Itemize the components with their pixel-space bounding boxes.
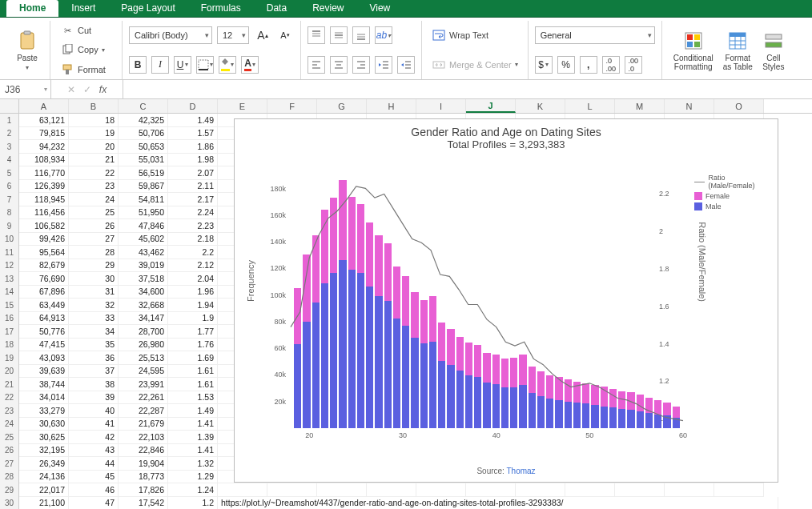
cell[interactable]: 26,349 — [19, 457, 69, 471]
cell[interactable]: 32,195 — [19, 444, 69, 458]
cell[interactable]: 116,456 — [19, 206, 69, 220]
cell[interactable]: 17,542 — [119, 497, 168, 510]
cell[interactable]: 47,846 — [119, 219, 168, 233]
cell[interactable]: 1.94 — [168, 299, 218, 312]
cell[interactable]: 1.57 — [168, 127, 218, 141]
cell[interactable]: 31 — [69, 286, 119, 299]
cell[interactable]: 32,668 — [119, 299, 168, 312]
row-header[interactable]: 9 — [0, 219, 19, 233]
cell[interactable]: 1.69 — [168, 351, 218, 365]
row-header[interactable]: 1 — [0, 114, 19, 127]
percent-button[interactable]: % — [557, 56, 575, 74]
cell[interactable]: 17,826 — [119, 483, 168, 497]
underline-button[interactable]: U▾ — [174, 56, 191, 74]
col-header-O[interactable]: O — [714, 99, 764, 113]
cell[interactable]: 34,147 — [119, 312, 168, 326]
cell[interactable]: 28 — [69, 246, 119, 259]
cell[interactable]: 34,014 — [19, 391, 69, 405]
align-top-button[interactable] — [308, 26, 325, 44]
row-header[interactable]: 2 — [0, 127, 19, 141]
cell[interactable]: 46 — [69, 483, 119, 497]
enter-icon[interactable]: ✓ — [83, 84, 91, 95]
cell[interactable]: 33 — [69, 312, 119, 326]
bold-button[interactable]: B — [129, 56, 147, 74]
cell[interactable]: 40 — [69, 404, 119, 418]
decrease-decimal-button[interactable]: .00.0 — [625, 56, 642, 74]
increase-decimal-button[interactable]: .0.00 — [602, 56, 620, 74]
cell[interactable]: 2.12 — [168, 259, 218, 273]
cell[interactable]: 118,945 — [19, 193, 69, 206]
cell[interactable]: 42,325 — [119, 114, 168, 127]
cell[interactable]: 35 — [69, 339, 119, 352]
cell[interactable]: 38,744 — [19, 378, 69, 391]
cell[interactable]: 23,991 — [119, 378, 168, 391]
col-header-H[interactable]: H — [367, 99, 416, 113]
cell[interactable]: 1.98 — [168, 154, 218, 167]
cell[interactable]: 67,896 — [19, 286, 69, 299]
row-header[interactable]: 22 — [0, 391, 19, 405]
cell[interactable] — [218, 483, 267, 497]
name-box[interactable]: J36▾ — [0, 80, 51, 98]
cell[interactable]: 39,019 — [119, 259, 168, 273]
cell[interactable]: 2.11 — [168, 180, 218, 194]
tab-home[interactable]: Home — [6, 0, 58, 17]
embedded-chart[interactable]: Gender Ratio and Age on Dating Sites Tot… — [234, 118, 778, 483]
row-header[interactable]: 6 — [0, 180, 19, 194]
cell[interactable]: 22 — [69, 166, 119, 180]
wrap-text-button[interactable]: Wrap Text — [428, 26, 521, 44]
cell[interactable]: 20 — [69, 140, 119, 154]
orientation-button[interactable]: ab▾ — [375, 26, 392, 44]
cell[interactable]: 47 — [69, 497, 119, 510]
cell[interactable]: 18 — [69, 114, 119, 127]
row-header[interactable]: 18 — [0, 339, 19, 352]
cell[interactable]: 33,279 — [19, 404, 69, 418]
col-header-E[interactable]: E — [218, 99, 267, 113]
cell[interactable]: 39 — [69, 391, 119, 405]
cell[interactable]: 44 — [69, 457, 119, 471]
cell[interactable]: 24,136 — [19, 471, 69, 484]
row-header[interactable]: 13 — [0, 272, 19, 286]
cell[interactable]: 56,519 — [119, 166, 168, 180]
cell[interactable]: 22,287 — [119, 404, 168, 418]
cell[interactable]: 29 — [69, 259, 119, 273]
merge-center-button[interactable]: Merge & Center▾ — [428, 56, 521, 74]
align-bottom-button[interactable] — [352, 26, 370, 44]
cell[interactable]: 55,031 — [119, 154, 168, 167]
row-header[interactable]: 14 — [0, 286, 19, 299]
row-header[interactable]: 11 — [0, 246, 19, 259]
col-header-G[interactable]: G — [317, 99, 367, 113]
row-header[interactable]: 20 — [0, 365, 19, 379]
col-header-N[interactable]: N — [665, 99, 714, 113]
cell[interactable]: 1.76 — [168, 339, 218, 352]
cell[interactable]: 1.61 — [168, 378, 218, 391]
row-header[interactable]: 5 — [0, 166, 19, 180]
cell[interactable]: 24 — [69, 193, 119, 206]
border-button[interactable]: ▾ — [196, 56, 214, 74]
select-all-corner[interactable] — [0, 99, 19, 113]
cell[interactable]: 19,904 — [119, 457, 168, 471]
tab-formulas[interactable]: Formulas — [188, 0, 254, 17]
tab-data[interactable]: Data — [254, 0, 299, 17]
cell[interactable]: https://plot.ly/~Dreamshot/4437/gender-r… — [218, 497, 778, 510]
row-header[interactable]: 25 — [0, 431, 19, 444]
cell[interactable]: 1.86 — [168, 140, 218, 154]
cell[interactable]: 2.23 — [168, 219, 218, 233]
cell[interactable]: 30,630 — [19, 418, 69, 431]
row-header[interactable]: 3 — [0, 140, 19, 154]
cell[interactable]: 19 — [69, 127, 119, 141]
cell[interactable]: 45 — [69, 471, 119, 484]
decrease-font-button[interactable]: A▾ — [276, 26, 294, 44]
cell[interactable]: 2.17 — [168, 193, 218, 206]
tab-insert[interactable]: Insert — [58, 0, 108, 17]
format-painter-button[interactable]: Format — [57, 61, 115, 78]
col-header-L[interactable]: L — [565, 99, 615, 113]
align-middle-button[interactable] — [330, 26, 348, 44]
cut-button[interactable]: ✂Cut — [57, 22, 115, 39]
formula-input[interactable] — [123, 80, 812, 98]
cell[interactable]: 106,582 — [19, 219, 69, 233]
cell[interactable]: 2.18 — [168, 233, 218, 246]
cell[interactable]: 59,867 — [119, 180, 168, 194]
cell[interactable]: 47,415 — [19, 339, 69, 352]
cell[interactable]: 2.24 — [168, 206, 218, 220]
cell[interactable]: 116,770 — [19, 166, 69, 180]
